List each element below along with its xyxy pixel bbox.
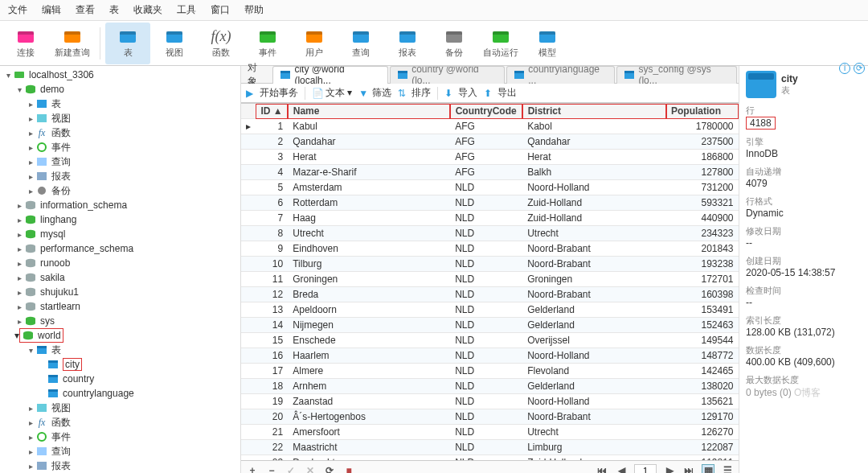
- toolbar-auto[interactable]: 自动运行: [478, 23, 523, 64]
- page-input[interactable]: [634, 464, 657, 474]
- toolbar-plug[interactable]: 连接: [3, 23, 48, 64]
- grid-view-button[interactable]: ▦: [702, 464, 714, 474]
- col-CountryCode[interactable]: CountryCode: [450, 104, 522, 119]
- tree-connection[interactable]: ▾localhost_3306: [0, 68, 240, 82]
- table-row[interactable]: 2QandaharAFGQandahar237500: [241, 134, 739, 150]
- tree-db-shujuku1[interactable]: ▸shujuku1: [0, 285, 240, 299]
- next-page-button[interactable]: ▶: [663, 465, 676, 474]
- tree-db-information_schema[interactable]: ▸information_schema: [0, 198, 240, 212]
- refresh-panel-icon[interactable]: ⟳: [854, 63, 865, 74]
- doc-tab[interactable]: country @world (lo...: [390, 66, 505, 84]
- menu-窗口[interactable]: 窗口: [211, 3, 230, 17]
- commit-button[interactable]: ✓: [285, 465, 297, 474]
- tree-函数[interactable]: ▸fx函数: [0, 415, 240, 430]
- tree-报表[interactable]: ▸报表: [0, 169, 240, 183]
- data-grid-wrap[interactable]: ID ▲NameCountryCodeDistrictPopulation ▸1…: [241, 103, 739, 460]
- toolbar-backup[interactable]: 备份: [432, 23, 477, 64]
- table-row[interactable]: 5AmsterdamNLDNoord-Holland731200: [241, 180, 739, 195]
- stop-button[interactable]: ■: [342, 465, 355, 474]
- menu-收藏夹[interactable]: 收藏夹: [133, 3, 162, 17]
- tree-db-sys[interactable]: ▸sys: [0, 314, 240, 328]
- menu-帮助[interactable]: 帮助: [244, 3, 264, 17]
- tree-事件[interactable]: ▸事件: [0, 140, 240, 154]
- refresh-button[interactable]: ⟳: [323, 465, 336, 474]
- toolbar-newq[interactable]: 新建查询: [50, 23, 95, 64]
- col-District[interactable]: District: [522, 104, 665, 119]
- tree-db-demo[interactable]: ▾demo: [0, 82, 240, 97]
- tree-db-runoob[interactable]: ▸runoob: [0, 256, 240, 270]
- table-row[interactable]: 17AlmereNLDFlevoland142465: [241, 364, 739, 379]
- action-3[interactable]: ⇅排序: [398, 86, 431, 100]
- tree-db-linghang[interactable]: ▸linghang: [0, 212, 240, 227]
- table-row[interactable]: 23DordrechtNLDZuid-Holland119811: [241, 455, 739, 461]
- menu-查看[interactable]: 查看: [76, 3, 95, 17]
- toolbar-table[interactable]: 表: [105, 23, 150, 64]
- doc-tab[interactable]: countrylanguage ...: [506, 66, 615, 84]
- toolbar-fx[interactable]: f(x)函数: [199, 23, 244, 64]
- tree-db-mysql[interactable]: ▸mysql: [0, 227, 240, 241]
- cancel-button[interactable]: ✕: [304, 465, 317, 474]
- action-1[interactable]: 📄文本 ▾: [312, 86, 352, 100]
- table-row[interactable]: 6RotterdamNLDZuid-Holland593321: [241, 195, 739, 211]
- table-row[interactable]: 15EnschedeNLDOverijssel149544: [241, 333, 739, 348]
- toolbar-user[interactable]: 用户: [292, 23, 337, 64]
- action-0[interactable]: ▶开始事务: [246, 86, 298, 100]
- last-page-button[interactable]: ⏭: [682, 465, 695, 474]
- table-row[interactable]: 18ArnhemNLDGelderland138020: [241, 379, 739, 394]
- table-row[interactable]: 22MaastrichtNLDLimburg122087: [241, 440, 739, 455]
- doc-tab[interactable]: sys_config @sys (lo...: [616, 66, 737, 84]
- prev-page-button[interactable]: ◀: [615, 465, 628, 474]
- tree-视图[interactable]: ▸视图: [0, 401, 240, 415]
- tree-事件[interactable]: ▸事件: [0, 430, 240, 444]
- doc-tab[interactable]: city @world (localh...: [272, 66, 388, 84]
- table-row[interactable]: 21AmersfoortNLDUtrecht126270: [241, 425, 739, 440]
- table-row[interactable]: 12BredaNLDNoord-Brabant160398: [241, 287, 739, 302]
- table-row[interactable]: 14NijmegenNLDGelderland152463: [241, 318, 739, 333]
- table-row[interactable]: ▸1KabulAFGKabol1780000: [241, 119, 739, 134]
- col-Population[interactable]: Population: [666, 104, 739, 119]
- first-page-button[interactable]: ⏮: [596, 465, 608, 474]
- action-2[interactable]: ▼筛选: [358, 86, 391, 100]
- tree-db-performance_schema[interactable]: ▸performance_schema: [0, 241, 240, 256]
- tree-查询[interactable]: ▸查询: [0, 444, 240, 459]
- menu-工具[interactable]: 工具: [177, 3, 196, 17]
- tree-db-world[interactable]: world: [19, 328, 63, 343]
- table-row[interactable]: 4Mazar-e-SharifAFGBalkh127800: [241, 165, 739, 180]
- form-view-button[interactable]: ☰: [721, 465, 734, 474]
- remove-row-button[interactable]: −: [265, 465, 278, 474]
- table-row[interactable]: 16HaarlemNLDNoord-Holland148772: [241, 348, 739, 364]
- action-5[interactable]: ⬆导出: [484, 86, 517, 100]
- table-row[interactable]: 3HeratAFGHerat186800: [241, 150, 739, 165]
- menu-文件[interactable]: 文件: [8, 3, 27, 17]
- menu-表[interactable]: 表: [109, 3, 119, 17]
- tree-table-country[interactable]: country: [0, 372, 240, 386]
- col-Name[interactable]: Name: [288, 104, 450, 119]
- menu-编辑[interactable]: 编辑: [42, 3, 61, 17]
- table-row[interactable]: 11GroningenNLDGroningen172701: [241, 272, 739, 287]
- tree-备份[interactable]: ▸备份: [0, 183, 240, 198]
- tree-查询[interactable]: ▸查询: [0, 154, 240, 169]
- table-row[interactable]: 19ZaanstadNLDNoord-Holland135621: [241, 394, 739, 409]
- tree-视图[interactable]: ▸视图: [0, 111, 240, 125]
- tree-函数[interactable]: ▸fx函数: [0, 125, 240, 140]
- table-row[interactable]: 7HaagNLDZuid-Holland440900: [241, 211, 739, 226]
- action-4[interactable]: ⬇导入: [444, 86, 477, 100]
- toolbar-report[interactable]: 报表: [385, 23, 430, 64]
- table-row[interactable]: 20Â´s-HertogenbosNLDNoord-Brabant129170: [241, 409, 739, 425]
- tree-报表[interactable]: ▸报表: [0, 459, 240, 473]
- tree-world-tables[interactable]: ▾表: [0, 343, 240, 357]
- toolbar-query[interactable]: 查询: [338, 23, 383, 64]
- toolbar-event[interactable]: 事件: [245, 23, 290, 64]
- toolbar-model[interactable]: 模型: [525, 23, 570, 64]
- nav-tree[interactable]: ▾localhost_3306▾demo▸表▸视图▸fx函数▸事件▸查询▸报表▸…: [0, 66, 241, 473]
- tree-db-sakila[interactable]: ▸sakila: [0, 270, 240, 285]
- toolbar-view[interactable]: 视图: [152, 23, 197, 64]
- tree-表[interactable]: ▸表: [0, 97, 240, 111]
- info-icon[interactable]: i: [839, 63, 850, 74]
- add-row-button[interactable]: +: [246, 465, 259, 474]
- table-row[interactable]: 9EindhovenNLDNoord-Brabant201843: [241, 241, 739, 257]
- col-ID[interactable]: ID ▲: [256, 104, 288, 119]
- tree-table-city[interactable]: city: [0, 357, 240, 372]
- table-row[interactable]: 8UtrechtNLDUtrecht234323: [241, 226, 739, 241]
- table-row[interactable]: 13ApeldoornNLDGelderland153491: [241, 302, 739, 318]
